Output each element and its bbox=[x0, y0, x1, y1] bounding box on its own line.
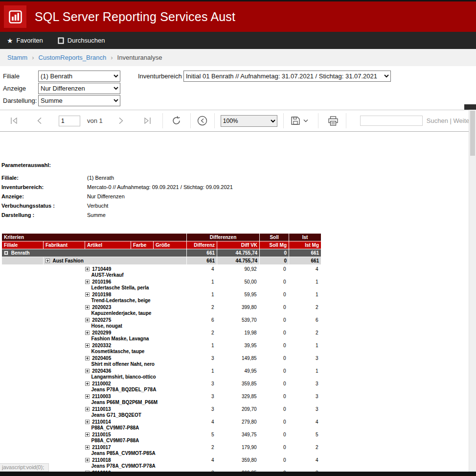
article-name: Kosmetiktasche, taupe bbox=[91, 349, 187, 354]
cell-diff-vk: 399,80 bbox=[217, 303, 260, 316]
report-param-value: (1) Benrath bbox=[87, 173, 114, 183]
cell-differenz: 5 bbox=[187, 430, 217, 443]
article-name: Fashion Maske, Lavagna bbox=[91, 336, 187, 341]
toolbar-divider bbox=[214, 113, 215, 128]
expand-toggle-icon[interactable] bbox=[4, 251, 8, 255]
expand-toggle-icon[interactable] bbox=[45, 259, 50, 263]
cell-ist-mg: 2 bbox=[289, 303, 321, 316]
zoom-select[interactable]: 100% bbox=[221, 115, 277, 127]
expand-toggle-icon[interactable] bbox=[85, 420, 90, 424]
cell-ist-mg: 661 bbox=[289, 257, 321, 265]
scrollbar-corner bbox=[464, 104, 476, 110]
article-number: 2020332 bbox=[92, 343, 111, 348]
expand-toggle-icon[interactable] bbox=[85, 445, 90, 450]
col-diff-vk: Diff VK bbox=[217, 241, 260, 249]
next-page-button[interactable] bbox=[114, 114, 128, 128]
article-row: 2110017 Jeans P85A_CV9MOT-P85A 2 179,90 … bbox=[2, 443, 321, 456]
cell-soll-mg: 0 bbox=[260, 367, 289, 380]
vertical-scrollbar[interactable] bbox=[469, 110, 476, 472]
breadcrumb-home-link[interactable]: Stamm bbox=[7, 54, 27, 61]
article-name: Kapuzenlederjacke, taupe bbox=[91, 310, 187, 316]
cell-differenz: 1 bbox=[187, 341, 217, 354]
cell-soll-mg: 0 bbox=[260, 354, 289, 367]
report-param-label: Verbuchungsstatus : bbox=[1, 201, 87, 211]
expand-toggle-icon[interactable] bbox=[85, 458, 90, 462]
nav-browse[interactable]: Durchsuchen bbox=[58, 37, 105, 44]
cell-ist-mg: 3 bbox=[289, 405, 321, 418]
article-number: 2020436 bbox=[92, 368, 111, 374]
article-number: 2110014 bbox=[92, 419, 111, 425]
previous-page-button[interactable] bbox=[32, 114, 46, 128]
cell-soll-mg: 0 bbox=[260, 418, 289, 430]
expand-toggle-icon[interactable] bbox=[85, 280, 90, 284]
header-soll: Soll bbox=[260, 234, 289, 241]
article-number: 2110002 bbox=[92, 381, 111, 386]
cell-differenz: 1 bbox=[187, 367, 217, 380]
search-input[interactable] bbox=[360, 116, 423, 126]
cell-differenz: 3 bbox=[187, 392, 217, 405]
anzeige-select[interactable]: Nur Differenzen bbox=[38, 83, 120, 94]
cell-ist-mg: 1 bbox=[289, 367, 321, 380]
cell-ist-mg: 4 bbox=[289, 456, 321, 469]
horizontal-scrollbar[interactable] bbox=[0, 472, 476, 476]
expand-toggle-icon[interactable] bbox=[85, 356, 90, 360]
cell-soll-mg: 0 bbox=[260, 290, 289, 303]
cell-soll-mg: 0 bbox=[260, 278, 289, 290]
article-row: 2110014 P88A_CV9M07-P88A 4 279,80 0 4 bbox=[2, 418, 321, 430]
page-number-input[interactable] bbox=[59, 116, 80, 126]
article-row: 2110018 Jeans P78A_CV9MOT-P78A 4 359,80 … bbox=[2, 456, 321, 469]
expand-toggle-icon[interactable] bbox=[85, 407, 90, 411]
find-link[interactable]: Suchen bbox=[427, 117, 448, 124]
report-toolbar: von 1 100% bbox=[0, 110, 476, 132]
article-row: 2020023 Kapuzenlederjacke, taupe 2 399,8… bbox=[2, 303, 321, 316]
expand-toggle-icon[interactable] bbox=[85, 267, 90, 271]
cell-diff-vk: 39,95 bbox=[217, 341, 260, 354]
expand-toggle-icon[interactable] bbox=[85, 331, 90, 335]
report-param-value: Verbucht bbox=[87, 201, 108, 211]
header-kriterien: Kriterien bbox=[2, 234, 187, 241]
first-page-button[interactable] bbox=[7, 114, 21, 128]
browser-status-text: javascript:void(0); bbox=[0, 463, 49, 472]
expand-toggle-icon[interactable] bbox=[85, 343, 90, 348]
chevron-down-icon bbox=[303, 119, 308, 122]
expand-toggle-icon[interactable] bbox=[85, 305, 90, 309]
col-soll-mg: Soll Mg bbox=[260, 241, 289, 249]
page-count-label: von 1 bbox=[87, 117, 103, 124]
col-fabrikant: Fabrikant bbox=[44, 241, 85, 249]
refresh-button[interactable] bbox=[170, 114, 183, 128]
expand-toggle-icon[interactable] bbox=[85, 318, 90, 322]
article-name: Trend-Ledertasche, beige bbox=[91, 298, 187, 303]
darstellung-label: Darstellung: bbox=[3, 97, 38, 104]
report-param-label: Filiale: bbox=[1, 173, 87, 183]
inventurbereich-select[interactable]: Initial 01 Benrath // Aufnahmetag: 31.07… bbox=[183, 71, 391, 82]
breadcrumb-folder-link[interactable]: CustomReports_Branch bbox=[39, 54, 107, 61]
back-to-parent-button[interactable] bbox=[196, 114, 209, 128]
cell-diff-vk: 329,85 bbox=[217, 392, 260, 405]
cell-soll-mg: 0 bbox=[260, 316, 289, 329]
print-button[interactable] bbox=[326, 114, 340, 128]
cell-soll-mg: 0 bbox=[260, 249, 289, 257]
reporting-services-logo-icon[interactable] bbox=[4, 5, 26, 28]
cell-ist-mg: 1 bbox=[289, 278, 321, 290]
expand-toggle-icon[interactable] bbox=[85, 292, 90, 297]
nav-browse-label: Durchsuchen bbox=[68, 37, 105, 44]
vertical-scrollbar-thumb[interactable] bbox=[470, 111, 475, 156]
expand-toggle-icon[interactable] bbox=[85, 369, 90, 373]
article-name: Ledertasche Stella, perla bbox=[91, 285, 187, 290]
export-button[interactable] bbox=[291, 116, 308, 125]
last-page-button[interactable] bbox=[141, 114, 155, 128]
darstellung-select[interactable]: Summe bbox=[38, 95, 120, 106]
fabrikant-group-label: Aust Fashion bbox=[52, 258, 83, 263]
cell-ist-mg: 1 bbox=[289, 341, 321, 354]
table-column-header-row: Filiale Fabrikant Artikel Farbe Größe Di… bbox=[2, 241, 321, 249]
report-body: Parameterauswahl: Filiale: (1) Benrath I… bbox=[0, 132, 476, 476]
expand-toggle-icon[interactable] bbox=[85, 394, 90, 399]
filiale-select[interactable]: (1) Benrath bbox=[38, 71, 120, 82]
expand-toggle-icon[interactable] bbox=[85, 381, 90, 386]
article-row: 2010196 Ledertasche Stella, perla 1 50,0… bbox=[2, 278, 321, 290]
nav-favorites[interactable]: ★ Favoriten bbox=[7, 37, 43, 44]
header-differenzen: Differenzen bbox=[187, 234, 260, 241]
expand-toggle-icon[interactable] bbox=[85, 432, 90, 437]
inventory-analysis-table: Kriterien Differenzen Soll Ist Filiale F… bbox=[1, 233, 321, 476]
cell-ist-mg: 3 bbox=[289, 392, 321, 405]
